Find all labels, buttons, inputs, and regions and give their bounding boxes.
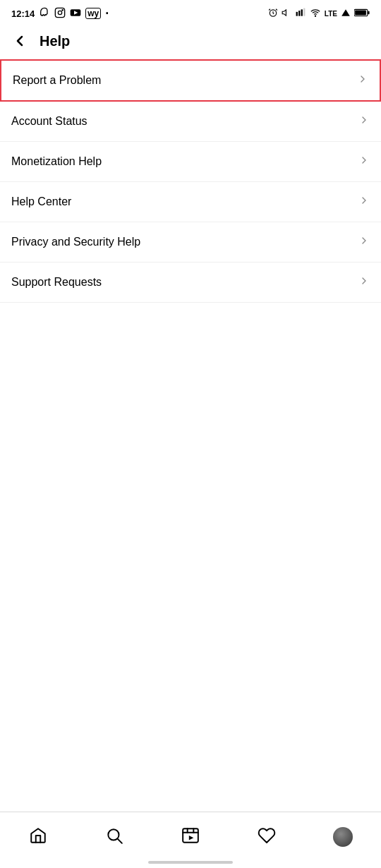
svg-line-7 — [276, 9, 277, 11]
menu-item-account-status[interactable]: Account Status — [0, 102, 381, 142]
menu-item-support-requests-label: Support Requests — [11, 276, 102, 289]
status-right: LTE — [268, 8, 370, 19]
snapchat-icon — [39, 7, 50, 20]
back-button[interactable] — [11, 32, 28, 49]
nav-item-heart[interactable] — [229, 821, 305, 853]
bottom-nav — [0, 812, 381, 868]
status-left: 12:14 wy · — [11, 6, 109, 21]
battery-icon — [354, 8, 370, 18]
svg-rect-12 — [303, 8, 305, 16]
header: Help — [0, 25, 381, 56]
music-icon: wy — [85, 8, 101, 19]
svg-rect-16 — [368, 11, 369, 15]
svg-rect-20 — [183, 828, 198, 843]
svg-rect-10 — [298, 11, 300, 16]
search-icon — [105, 826, 123, 848]
page-title: Help — [40, 33, 70, 49]
menu-item-report-problem[interactable]: Report a Problem — [0, 59, 381, 102]
heart-icon — [258, 826, 276, 848]
profile-avatar — [333, 827, 353, 847]
youtube-icon — [70, 7, 81, 20]
svg-marker-24 — [189, 836, 194, 840]
svg-marker-14 — [341, 9, 350, 16]
menu-item-monetization[interactable]: Monetization Help — [0, 142, 381, 182]
instagram-icon — [54, 7, 66, 20]
wifi-icon — [310, 8, 321, 19]
home-icon — [29, 826, 47, 848]
volume-icon — [282, 8, 291, 19]
menu-item-support-requests[interactable]: Support Requests — [0, 263, 381, 303]
menu-list: Report a Problem Account Status Monetiza… — [0, 59, 381, 303]
svg-line-19 — [118, 838, 122, 843]
chevron-right-icon-help — [358, 195, 370, 209]
nav-item-reels[interactable] — [152, 821, 229, 853]
nav-item-search[interactable] — [76, 821, 152, 853]
chevron-right-icon-support — [358, 275, 370, 289]
status-time: 12:14 — [11, 8, 35, 19]
menu-item-help-center-label: Help Center — [11, 195, 71, 208]
nav-item-profile[interactable] — [305, 821, 381, 852]
dot-icon: · — [105, 6, 109, 21]
signal-strength-icon — [341, 8, 351, 19]
chevron-right-icon-monetization — [358, 155, 370, 169]
svg-marker-8 — [282, 10, 286, 16]
status-bar: 12:14 wy · — [0, 0, 381, 25]
svg-point-1 — [59, 11, 62, 14]
menu-item-monetization-label: Monetization Help — [11, 155, 102, 168]
svg-point-13 — [315, 16, 315, 16]
menu-item-report-problem-label: Report a Problem — [13, 74, 101, 87]
menu-item-privacy-security-label: Privacy and Security Help — [11, 236, 140, 248]
svg-rect-9 — [296, 12, 297, 16]
menu-item-privacy-security[interactable]: Privacy and Security Help — [0, 222, 381, 263]
signal-icon — [295, 8, 306, 19]
svg-line-6 — [269, 9, 270, 11]
nav-item-home[interactable] — [0, 821, 76, 853]
menu-item-account-status-label: Account Status — [11, 115, 87, 128]
alarm-icon — [268, 8, 278, 19]
svg-rect-11 — [301, 9, 302, 16]
bottom-indicator — [148, 861, 233, 864]
chevron-right-icon-privacy — [358, 235, 370, 249]
svg-rect-17 — [355, 10, 366, 15]
reels-icon — [181, 826, 200, 848]
chevron-right-icon-report — [357, 73, 368, 88]
lte-badge: LTE — [325, 10, 337, 18]
chevron-right-icon-account — [358, 114, 370, 128]
svg-rect-0 — [56, 8, 65, 17]
svg-point-2 — [62, 9, 63, 10]
menu-item-help-center[interactable]: Help Center — [0, 182, 381, 222]
